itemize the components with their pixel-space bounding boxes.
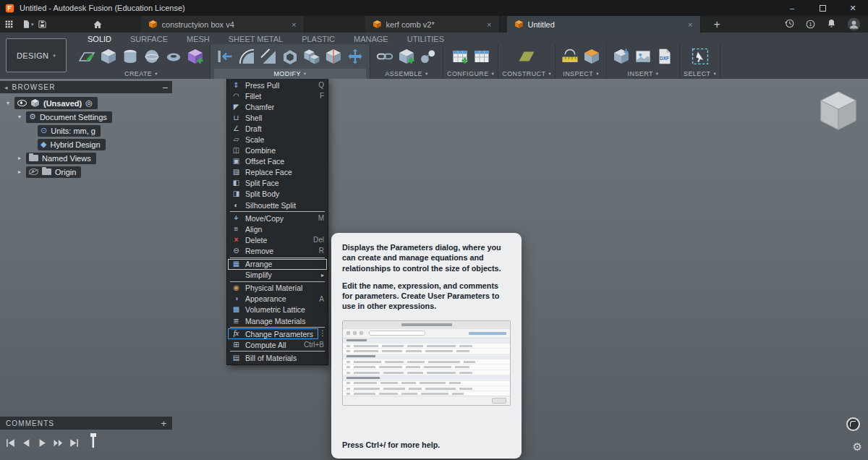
tool-shell-icon[interactable] <box>279 46 301 67</box>
document-tab-untitled[interactable]: Untitled× <box>507 16 701 33</box>
menu-item-fillet[interactable]: ◠FilletF <box>228 90 327 101</box>
menu-item-silhouette-split[interactable]: ◐Silhouette Split <box>228 200 327 210</box>
menu-item-press-pull[interactable]: ⇕Press PullQ <box>228 80 327 90</box>
ribbon-tab-plastic[interactable]: PLASTIC <box>292 33 344 44</box>
menu-item-shell[interactable]: ⊔Shell <box>228 112 327 123</box>
tool-create-form-icon[interactable] <box>184 46 206 67</box>
menu-item-combine[interactable]: ◫Combine <box>228 145 327 156</box>
user-avatar[interactable] <box>847 17 861 31</box>
close-icon[interactable]: × <box>485 20 493 29</box>
comments-panel[interactable]: COMMENTS + <box>0 417 172 430</box>
settings-gear-icon[interactable]: ⚙ <box>853 440 862 453</box>
tool-construction-plane-icon[interactable] <box>516 46 537 67</box>
menu-item-draft[interactable]: ∠Draft <box>228 123 327 134</box>
group-label-construct[interactable]: CONSTRUCT▾ <box>502 69 551 79</box>
timeline-marker[interactable] <box>88 432 98 451</box>
home-button[interactable] <box>89 16 106 33</box>
menu-item-volumetric-lattice[interactable]: ▩Volumetric Lattice <box>228 304 327 315</box>
tool-split-body-icon[interactable] <box>323 46 344 67</box>
tool-joint-icon[interactable] <box>417 46 439 67</box>
playback-step-forward-button[interactable] <box>52 437 64 449</box>
menu-item-arrange[interactable]: ▦Arrange <box>228 259 327 270</box>
close-button[interactable]: ✕ <box>838 0 868 16</box>
tool-configuration-table-icon[interactable] <box>471 46 493 67</box>
tool-select-cursor-icon[interactable] <box>689 46 711 67</box>
add-comment-button[interactable]: + <box>161 418 166 429</box>
menu-item-manage-materials[interactable]: ≣Manage Materials <box>228 315 327 326</box>
tool-insert-canvas-icon[interactable] <box>632 46 654 67</box>
tool-joint-link-icon[interactable] <box>374 46 396 67</box>
tool-measure-icon[interactable] <box>559 46 581 67</box>
browser-row-named-views[interactable]: ▸Named Views <box>0 151 174 165</box>
navigation-orb[interactable] <box>846 417 860 431</box>
eye-icon[interactable] <box>17 100 27 106</box>
ribbon-tab-manage[interactable]: MANAGE <box>344 33 398 44</box>
browser-header[interactable]: ◂ BROWSER – <box>0 81 172 93</box>
tool-cylinder-primitive-icon[interactable] <box>119 46 141 67</box>
tool-press-pull-icon[interactable] <box>214 46 236 67</box>
caret-down-icon[interactable]: ▾ <box>16 114 23 120</box>
close-icon[interactable]: × <box>686 20 694 29</box>
ribbon-tab-sheet-metal[interactable]: SHEET METAL <box>219 33 292 44</box>
tool-section-analysis-icon[interactable] <box>581 46 603 67</box>
tool-fillet-icon[interactable] <box>236 46 258 67</box>
menu-item-bill-of-materials[interactable]: ▤Bill of Materials <box>228 352 327 363</box>
job-status-button[interactable]: 1 <box>805 19 816 30</box>
close-icon[interactable]: × <box>290 20 297 29</box>
tool-sphere-primitive-icon[interactable] <box>141 46 163 67</box>
menu-item-align[interactable]: ≡Align <box>228 223 327 234</box>
group-label-create[interactable]: CREATE▾ <box>76 69 206 79</box>
caret-right-icon[interactable]: ▸ <box>16 169 23 175</box>
playback-play-button[interactable] <box>36 437 48 449</box>
menu-item-physical-material[interactable]: ◉Physical Material <box>228 283 327 294</box>
menu-item-compute-all[interactable]: ⊞Compute AllCtrl+B <box>228 339 327 350</box>
playback-go-to-end-button[interactable] <box>68 437 80 449</box>
menu-item-appearance[interactable]: ◑AppearanceA <box>228 294 327 304</box>
ribbon-tab-solid[interactable]: SOLID <box>78 33 121 44</box>
playback-step-back-button[interactable] <box>20 437 33 449</box>
minimize-button[interactable]: – <box>777 0 807 16</box>
menu-item-simplify[interactable]: Simplify▸ <box>228 270 327 281</box>
menu-item-change-parameters[interactable]: fxChange Parameters⋮ <box>228 328 318 339</box>
kebab-menu-icon[interactable]: ⋮ <box>319 329 326 337</box>
ribbon-tab-mesh[interactable]: MESH <box>177 33 219 44</box>
browser-row-unsaved[interactable]: ▾(Unsaved)◎ <box>0 96 174 110</box>
menu-item-chamfer[interactable]: ◤Chamfer <box>228 101 327 112</box>
group-label-insert[interactable]: INSERT▾ <box>610 69 676 79</box>
menu-item-replace-face[interactable]: ▨Replace Face <box>228 167 327 178</box>
document-tab-kerf-comb-v2[interactable]: kerf comb v2*× <box>365 16 500 33</box>
tool-configuration-add-icon[interactable] <box>449 46 471 67</box>
playback-go-to-start-button[interactable] <box>4 437 17 449</box>
radio-icon[interactable]: ◎ <box>85 99 93 107</box>
caret-down-icon[interactable]: ▾ <box>4 100 12 106</box>
tool-insert-dxf-icon[interactable]: DXF <box>654 46 676 67</box>
menu-item-delete[interactable]: ×DeleteDel <box>228 234 327 245</box>
menu-item-offset-face[interactable]: ▣Offset Face <box>228 156 327 167</box>
save-button[interactable] <box>34 16 51 33</box>
group-label-modify[interactable]: MODIFY▾ <box>214 69 366 79</box>
group-label-assemble[interactable]: ASSEMBLE▾ <box>374 69 439 79</box>
eye-off-icon[interactable] <box>29 169 38 175</box>
tool-chamfer-icon[interactable] <box>258 46 279 67</box>
browser-row-hybrid-design[interactable]: ◆Hybrid Design <box>0 137 174 151</box>
app-grid-button[interactable] <box>0 16 17 33</box>
menu-item-split-face[interactable]: ◧Split Face <box>228 178 327 189</box>
tool-torus-primitive-icon[interactable] <box>163 46 184 67</box>
ribbon-tab-utilities[interactable]: UTILITIES <box>398 33 454 44</box>
tool-move-copy-icon[interactable] <box>344 46 366 67</box>
maximize-button[interactable] <box>807 0 838 16</box>
document-tab-constructyion-box-v4[interactable]: constructyion box v4× <box>141 16 305 33</box>
menu-item-scale[interactable]: ▱Scale <box>228 134 327 145</box>
menu-item-split-body[interactable]: ◨Split Body <box>228 189 327 200</box>
browser-row-document-settings[interactable]: ▾⚙Document Settings <box>0 110 174 124</box>
tool-combine-icon[interactable] <box>301 46 323 67</box>
menu-item-remove[interactable]: ⊖RemoveR <box>228 245 327 256</box>
tool-create-sketch-icon[interactable] <box>76 46 98 67</box>
browser-row-origin[interactable]: ▸Origin <box>0 165 174 179</box>
menu-item-move-copy[interactable]: +Move/CopyM <box>228 213 327 223</box>
view-cube[interactable] <box>816 88 861 133</box>
caret-right-icon[interactable]: ▸ <box>16 155 23 161</box>
workspace-selector[interactable]: DESIGN ▾ <box>6 38 67 72</box>
group-label-inspect[interactable]: INSPECT▾ <box>559 69 603 79</box>
ribbon-tab-surface[interactable]: SURFACE <box>121 33 177 44</box>
